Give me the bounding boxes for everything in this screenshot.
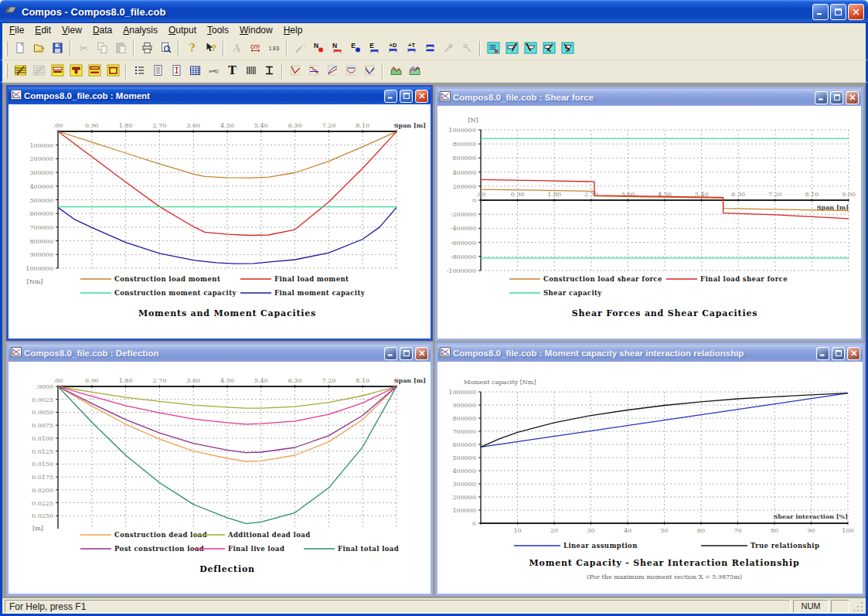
load-t-button[interactable]: +T <box>402 40 420 58</box>
section-slab-button[interactable] <box>48 63 66 80</box>
graph-deflection-button[interactable] <box>342 63 360 80</box>
load-e-dist-button[interactable]: E <box>365 40 383 58</box>
area-strain-button[interactable] <box>405 63 424 80</box>
svg-text:1.E3: 1.E3 <box>268 45 279 50</box>
pin-out-button[interactable] <box>458 40 476 58</box>
maximize-button[interactable] <box>830 4 846 20</box>
x-axis-label: Shear interaction [%] <box>773 512 848 520</box>
design-member-button[interactable] <box>521 40 540 58</box>
moment-maximize-button[interactable] <box>400 90 413 103</box>
app-titlebar[interactable]: Compos - Compos8.0_file.cob <box>0 0 868 23</box>
shear-force-window-titlebar[interactable]: Compos8.0_file.cob : Shear force <box>437 89 861 106</box>
menu-data[interactable]: Data <box>87 23 117 38</box>
section-box-button[interactable] <box>104 63 122 80</box>
font-button[interactable]: A <box>227 40 246 58</box>
y-axis-unit: [m] <box>32 525 43 532</box>
table-button[interactable] <box>186 63 204 80</box>
check-member-button[interactable] <box>540 40 558 58</box>
graph-shear-button[interactable] <box>305 63 323 80</box>
sfx-button[interactable]: s=f() <box>204 63 223 80</box>
shear-minimize-button[interactable] <box>815 91 828 104</box>
menu-window[interactable]: Window <box>234 23 278 38</box>
units-button[interactable]: cm <box>246 40 264 58</box>
resize-grip[interactable] <box>852 601 863 612</box>
minimize-button[interactable] <box>812 4 829 20</box>
svg-text:✂: ✂ <box>80 43 88 54</box>
save-button[interactable] <box>48 40 66 58</box>
load-e-point-button[interactable]: E <box>346 40 365 58</box>
menu-tools[interactable]: Tools <box>202 23 234 38</box>
graph-capacity-button[interactable] <box>323 63 342 80</box>
paste-button[interactable] <box>111 40 130 58</box>
deflection-maximize-button[interactable] <box>400 347 413 360</box>
load-bars-button[interactable] <box>420 40 439 58</box>
moment-minimize-button[interactable] <box>384 90 397 103</box>
print-button[interactable] <box>138 40 156 58</box>
toolbar-grip[interactable] <box>5 63 8 79</box>
deflection-minimize-button[interactable] <box>384 347 397 360</box>
legend-label-true-relationship: True relationship <box>751 542 819 550</box>
x-tick-label: 9.00 <box>842 191 856 198</box>
menu-file[interactable]: File <box>4 23 29 38</box>
legend-label-post-construction-load: Post construction load <box>114 545 204 553</box>
ibeam-button[interactable] <box>260 63 278 80</box>
pin-button[interactable] <box>439 40 458 58</box>
graph-moment-button[interactable] <box>286 63 305 80</box>
section-box-icon <box>107 64 120 79</box>
close-button[interactable] <box>848 4 864 20</box>
graph-moment-icon <box>289 64 302 79</box>
doc-lines-button[interactable] <box>148 63 167 80</box>
pen-disabled-button[interactable] <box>29 63 48 80</box>
open-button[interactable] <box>29 40 48 58</box>
moment-close-button[interactable] <box>415 90 428 103</box>
wand-button[interactable] <box>291 40 309 58</box>
area-stress-button[interactable] <box>386 63 405 80</box>
interaction-window-titlebar[interactable]: Compos8.0_file.cob : Moment capacity she… <box>437 345 863 362</box>
interaction-minimize-button[interactable] <box>816 347 829 360</box>
list-bullets-button[interactable] <box>130 63 148 80</box>
x-tick-label: 2.70 <box>152 122 166 129</box>
redesign-member-button[interactable] <box>558 40 577 58</box>
interaction-close-button[interactable] <box>847 347 860 360</box>
cut-button[interactable]: ✂ <box>74 40 93 58</box>
help-button[interactable]: ? <box>182 40 201 58</box>
load-e-dist-icon: E <box>368 42 381 56</box>
menu-view[interactable]: View <box>56 23 87 38</box>
menu-help[interactable]: Help <box>278 23 308 38</box>
section-double-button[interactable] <box>85 63 104 80</box>
menu-output[interactable]: Output <box>163 23 202 38</box>
moment-window-titlebar[interactable]: Compos8.0_file.cob : Moment <box>9 87 431 104</box>
menu-edit[interactable]: Edit <box>29 23 56 38</box>
y-tick-label: 0.0250 <box>32 512 53 519</box>
interaction-maximize-button[interactable] <box>832 347 845 360</box>
toolbar-separator <box>286 41 288 56</box>
moment-window: Compos8.0_file.cob : Moment .000.901.802… <box>6 85 433 341</box>
context-help-button[interactable]: ? <box>201 40 220 58</box>
copy-button[interactable] <box>93 40 111 58</box>
graph-interaction-button[interactable] <box>360 63 379 80</box>
doc-i-button[interactable] <box>167 63 186 80</box>
strain-button[interactable] <box>241 63 260 80</box>
toolbar-grip[interactable] <box>5 41 8 56</box>
load-n-point-button[interactable]: N <box>309 40 328 58</box>
preview-button[interactable] <box>156 40 175 58</box>
load-d-button[interactable]: +D <box>383 40 402 58</box>
deflection-window-titlebar[interactable]: Compos8.0_file.cob : Deflection <box>9 345 431 362</box>
t-bold-button[interactable]: T <box>223 63 241 80</box>
menu-analysis[interactable]: Analysis <box>117 23 163 38</box>
analysis-list-button[interactable] <box>484 40 502 58</box>
analyse-member-button[interactable] <box>502 40 521 58</box>
new-button[interactable] <box>11 40 29 58</box>
interaction-chart: 1020304050607080901000100000200000300000… <box>437 362 863 594</box>
numfmt-button[interactable]: 1.E3 <box>264 40 283 58</box>
x-tick-label: 8.10 <box>805 191 819 198</box>
pen-sections-button[interactable] <box>11 63 29 80</box>
deflection-close-button[interactable] <box>415 347 428 360</box>
shear-close-button[interactable] <box>846 91 859 104</box>
shear-maximize-button[interactable] <box>830 91 843 104</box>
load-n-dist-button[interactable]: N <box>328 40 346 58</box>
y-tick-label: 1000000 <box>448 127 476 134</box>
y-tick-label: 500000 <box>452 454 476 461</box>
section-tee-button[interactable] <box>66 63 85 80</box>
x-tick-label: 5.40 <box>254 377 268 384</box>
